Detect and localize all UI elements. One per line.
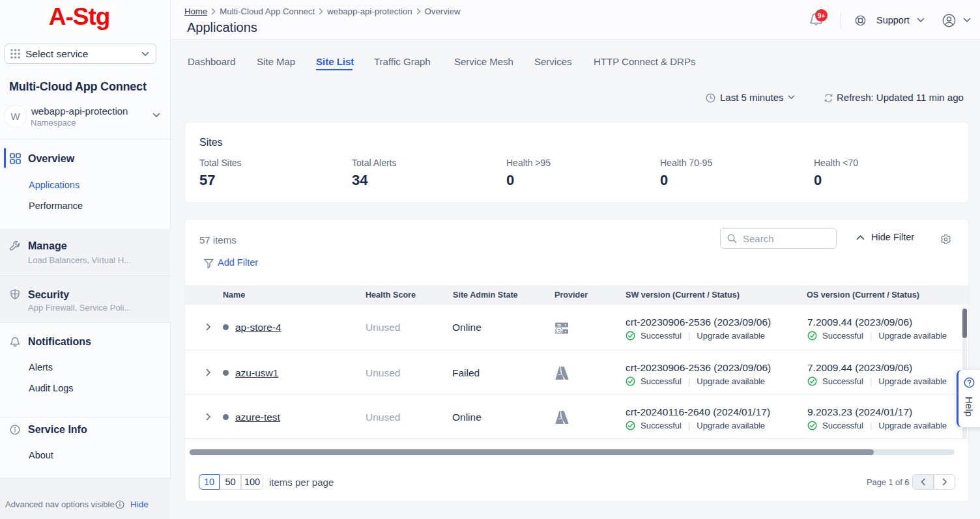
- svg-text:5: 5: [558, 328, 561, 333]
